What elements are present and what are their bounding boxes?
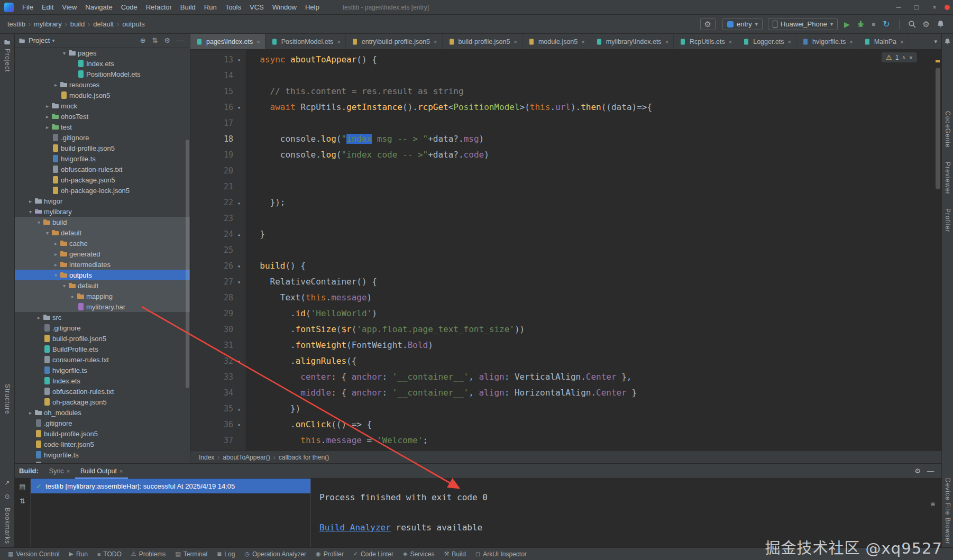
- next-issue-icon[interactable]: ∨: [909, 54, 913, 60]
- project-view-selector[interactable]: Project: [29, 36, 50, 44]
- tree-item-mapping[interactable]: ▸mapping: [15, 291, 190, 301]
- tree-item-mylibrary-har[interactable]: mylibrary.har: [15, 301, 190, 312]
- fold-end-icon[interactable]: ▴: [233, 406, 245, 412]
- run-button[interactable]: ▶: [840, 19, 854, 30]
- tree-item-pages[interactable]: ▾pages: [15, 48, 190, 58]
- tree-item-test[interactable]: ▸test: [15, 122, 190, 132]
- tab-positionmodel-ets[interactable]: PositionModel.ets×: [265, 34, 346, 49]
- nav-crumb-outputs[interactable]: outputs: [120, 20, 147, 28]
- menu-run[interactable]: Run: [200, 0, 221, 14]
- chevron-right-icon[interactable]: ▸: [35, 315, 43, 320]
- menu-navigate[interactable]: Navigate: [81, 0, 116, 14]
- breadcrumb-callback-for-then[interactable]: callback for then(): [277, 454, 331, 461]
- tree-item-resources[interactable]: ▸resources: [15, 79, 190, 90]
- scrollbar-thumb[interactable]: [936, 68, 940, 189]
- build-analyzer-link[interactable]: Build Analyzer: [319, 522, 391, 533]
- close-icon[interactable]: ×: [120, 468, 123, 474]
- tree-item-outputs[interactable]: ▾outputs: [15, 270, 190, 280]
- tree-item-hvigor[interactable]: ▸hvigor: [15, 196, 190, 206]
- module-selector[interactable]: entry ▾: [722, 18, 763, 30]
- chevron-down-icon[interactable]: ▾: [35, 219, 43, 225]
- toolwindow-structure-button[interactable]: Structure: [0, 384, 14, 415]
- menu-help[interactable]: Help: [301, 0, 324, 14]
- close-icon[interactable]: ×: [729, 39, 732, 45]
- toolwindow-project-button[interactable]: Project: [0, 38, 14, 72]
- statusbar-operation-analyzer[interactable]: ◷Operation Analyzer: [240, 548, 311, 560]
- statusbar-code-linter[interactable]: ✓Code Linter: [349, 548, 398, 560]
- chevron-right-icon[interactable]: ▸: [26, 198, 34, 204]
- project-tree-scrollbar[interactable]: [186, 140, 189, 388]
- tree-item-build-profile-json5[interactable]: build-profile.json5: [15, 333, 190, 344]
- statusbar-terminal[interactable]: ▤Terminal: [170, 548, 212, 560]
- chevron-right-icon[interactable]: ▸: [43, 114, 51, 120]
- close-icon[interactable]: ×: [514, 39, 517, 45]
- search-icon[interactable]: [908, 20, 916, 28]
- tree-item-oh-modules[interactable]: ▸oh_modules: [15, 407, 190, 418]
- chevron-down-icon[interactable]: ▾: [52, 272, 60, 278]
- tree-item-generated[interactable]: ▸generated: [15, 249, 190, 259]
- tab-logger-ets[interactable]: Logger.ets×: [737, 34, 796, 49]
- tree-item-buildprofile-ets[interactable]: BuildProfile.ets: [15, 344, 190, 354]
- tree-item-obfuscation-rules-txt[interactable]: obfuscation-rules.txt: [15, 164, 190, 175]
- tree-item-oh-package-json5[interactable]: oh-package.json5: [15, 175, 190, 185]
- close-icon[interactable]: ×: [434, 39, 437, 45]
- scroll-to-end-icon[interactable]: ≣: [928, 500, 938, 508]
- menu-view[interactable]: View: [58, 0, 81, 14]
- tree-item-gitignore[interactable]: .gitignore: [15, 132, 190, 143]
- chevron-right-icon[interactable]: ▸: [26, 410, 34, 416]
- toolwindow-profiler-button[interactable]: Profiler: [944, 208, 951, 233]
- close-icon[interactable]: ×: [337, 39, 340, 45]
- fold-end-icon[interactable]: ▴: [233, 200, 245, 206]
- tree-item-index-ets[interactable]: Index.ets: [15, 375, 190, 386]
- chevron-down-icon[interactable]: ▾: [60, 50, 68, 56]
- device-selector[interactable]: Huawei_Phone ▾: [768, 18, 838, 30]
- debug-button[interactable]: [857, 20, 865, 28]
- chevron-down-icon[interactable]: ▾: [26, 209, 34, 215]
- chevron-right-icon[interactable]: ▸: [43, 103, 51, 109]
- toolwindow-previewer-button[interactable]: Previewer: [944, 162, 951, 195]
- tree-item-module-json5[interactable]: module.json5: [15, 90, 190, 100]
- locate-file-icon[interactable]: ⊕: [137, 36, 149, 44]
- minimize-button[interactable]: ─: [890, 0, 908, 14]
- notifications-icon[interactable]: [937, 20, 945, 28]
- tree-item-consumer-rules-txt[interactable]: consumer-rules.txt: [15, 354, 190, 365]
- chevron-right-icon[interactable]: ▸: [43, 124, 51, 130]
- prev-issue-icon[interactable]: ∧: [902, 54, 905, 60]
- menu-tools[interactable]: Tools: [221, 0, 245, 14]
- tab-hvigorfile-ts[interactable]: hvigorfile.ts×: [796, 34, 858, 49]
- toolwindow-codegenie-button[interactable]: CodeGenie: [944, 111, 951, 148]
- menu-build[interactable]: Build: [176, 0, 200, 14]
- filter-icon[interactable]: ▤: [16, 483, 29, 491]
- tree-item-hvigorfile-ts[interactable]: hvigorfile.ts: [15, 365, 190, 375]
- close-icon[interactable]: ×: [849, 39, 853, 45]
- tab-mylibrary-index-ets[interactable]: mylibrary\Index.ets×: [590, 34, 674, 49]
- expand-collapse-icon[interactable]: ⇅: [149, 36, 161, 44]
- tree-item-mylibrary[interactable]: ▾mylibrary: [15, 206, 190, 217]
- code-viewport[interactable]: 13▾141516▾171819202122▴2324▴2526▾27▾2829…: [190, 50, 941, 451]
- toolwindow-device-file-browser-button[interactable]: Device File Browser: [944, 478, 951, 545]
- build-mode-settings-icon[interactable]: ⚙: [700, 18, 716, 30]
- statusbar-problems[interactable]: ⚠Problems: [126, 548, 171, 560]
- tree-item-hvigorfile-ts[interactable]: hvigorfile.ts: [15, 153, 190, 164]
- chevron-right-icon[interactable]: ▸: [52, 241, 60, 246]
- tab-list-chevron-icon[interactable]: ▾: [934, 38, 937, 45]
- build-tab-build-output[interactable]: Build Output×: [75, 464, 128, 479]
- tab-rcputils-ets[interactable]: RcpUtils.ets×: [674, 34, 737, 49]
- expand-all-icon[interactable]: ⇅: [16, 497, 29, 505]
- tree-item-oh-package-json5[interactable]: oh-package.json5: [15, 397, 190, 407]
- statusbar-arkui-inspector[interactable]: ◻ArkUI Inspector: [471, 548, 532, 560]
- menu-edit[interactable]: Edit: [38, 0, 58, 14]
- fold-expanded-icon[interactable]: ▾: [233, 57, 245, 63]
- sync-button[interactable]: ↻: [879, 19, 893, 30]
- tab-pages-index-ets[interactable]: pages\Index.ets×: [190, 34, 265, 49]
- menu-vcs[interactable]: VCS: [245, 0, 268, 14]
- tree-item-src[interactable]: ▸src: [15, 312, 190, 323]
- close-icon[interactable]: ×: [67, 468, 70, 474]
- close-icon[interactable]: ×: [900, 39, 903, 45]
- chevron-right-icon[interactable]: ▸: [69, 293, 77, 299]
- nav-crumb-build[interactable]: build: [68, 20, 87, 28]
- tab-entry-build-profile-json5[interactable]: entry\build-profile.json5×: [346, 34, 443, 49]
- statusbar-log[interactable]: ≣Log: [212, 548, 240, 560]
- tree-item-ohostest[interactable]: ▸ohosTest: [15, 111, 190, 122]
- tree-item-build-profile-json5[interactable]: build-profile.json5: [15, 428, 190, 439]
